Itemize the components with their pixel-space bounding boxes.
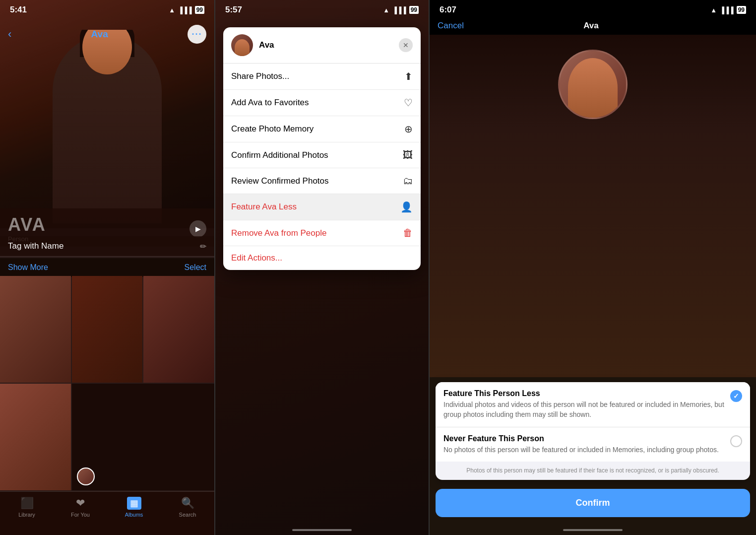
memory-label: Create Photo Memory	[231, 124, 314, 134]
confirm-photos-label: Confirm Additional Photos	[231, 150, 328, 160]
status-time-2: 5:57	[225, 5, 242, 15]
home-indicator-2	[215, 525, 429, 535]
sheet-header: Ava ✕	[223, 27, 421, 64]
phone-3: 6:07 ▲ ▐▐▐ 99 Cancel Ava Fea	[429, 0, 756, 535]
share-photos-label: Share Photos...	[231, 71, 289, 81]
back-button[interactable]: ‹	[8, 28, 11, 41]
grid-photo-5[interactable]	[72, 384, 214, 490]
review-icon: 🗂	[403, 175, 413, 187]
sheet-title: Ava	[259, 40, 399, 50]
page-title: Ava	[91, 29, 108, 40]
feature-less-label: Feature Ava Less	[231, 202, 297, 212]
modal-footer-note: Photos of this person may still be featu…	[436, 462, 750, 480]
navigation-bar: ‹ Ava ···	[0, 21, 214, 48]
remove-icon: 🗑	[403, 227, 413, 239]
share-icon: ⬆	[404, 70, 413, 82]
status-bar-3: 6:07 ▲ ▐▐▐ 99	[430, 0, 756, 17]
sheet-close-button[interactable]: ✕	[399, 38, 413, 52]
battery-icon-2: 99	[409, 6, 419, 14]
phone-2: 5:57 ▲ ▐▐▐ 99 Ava ✕ Share Photos... ⬆ Ad…	[214, 0, 429, 535]
status-time-3: 6:07	[440, 5, 456, 15]
sheet-row-remove[interactable]: Remove Ava from People 🗑	[223, 220, 421, 246]
library-icon: ⬛	[20, 497, 34, 510]
albums-icon: ▦	[127, 497, 141, 510]
option1-title: Feature This Person Less	[443, 389, 724, 398]
sheet-row-confirm-photos[interactable]: Confirm Additional Photos 🖼	[223, 142, 421, 168]
option1-desc: Individual photos and videos of this per…	[443, 400, 724, 419]
confirm-button[interactable]: Confirm	[436, 489, 750, 517]
option1-text: Feature This Person Less Individual phot…	[443, 389, 730, 419]
tag-label: Tag with Name	[8, 241, 63, 251]
status-icons-3: ▲ ▐▐▐ 99	[710, 6, 746, 14]
radio-option2[interactable]	[730, 435, 742, 447]
show-more-button[interactable]: Show More	[8, 263, 48, 272]
albums-label: Albums	[125, 512, 143, 518]
battery-icon: 99	[195, 6, 204, 14]
close-icon: ✕	[403, 41, 409, 49]
cancel-button[interactable]: Cancel	[438, 21, 464, 31]
favorites-label: Add Ava to Favorites	[231, 98, 309, 108]
grid-photo-4[interactable]	[0, 384, 71, 490]
grid-photo-2[interactable]	[72, 276, 143, 383]
remove-label: Remove Ava from People	[231, 228, 326, 238]
review-label: Review Confirmed Photos	[231, 176, 329, 186]
sheet-row-favorites[interactable]: Add Ava to Favorites ♡	[223, 90, 421, 116]
confirm-label: Confirm	[576, 498, 610, 508]
search-label: Search	[179, 512, 196, 518]
for-you-icon: ❤	[76, 497, 85, 510]
library-label: Library	[18, 512, 35, 518]
option2-desc: No photos of this person will be feature…	[443, 445, 724, 455]
photo-grid	[0, 276, 214, 490]
phone-1: 5:41 ▲ ▐▐▐ 99 ‹ Ava ··· AVA Person ▶ Tag…	[0, 0, 214, 535]
confirm-photos-icon: 🖼	[403, 149, 413, 161]
more-dots-icon: ···	[191, 29, 202, 40]
signal-icon-3: ▐▐▐	[720, 6, 734, 14]
radio-option1[interactable]	[730, 390, 742, 402]
modal-card: Feature This Person Less Individual phot…	[436, 382, 750, 480]
option-feature-less[interactable]: Feature This Person Less Individual phot…	[436, 382, 750, 426]
phone3-nav: Cancel Ava	[430, 17, 756, 35]
avatar-face	[568, 58, 618, 118]
sheet-row-share[interactable]: Share Photos... ⬆	[223, 64, 421, 90]
option2-text: Never Feature This Person No photos of t…	[443, 434, 730, 455]
bottom-nav-library[interactable]: ⬛ Library	[0, 497, 54, 518]
play-button[interactable]: ▶	[189, 220, 206, 237]
profile-avatar	[558, 50, 628, 119]
bg-spacer	[430, 129, 756, 377]
phone3-content: 6:07 ▲ ▐▐▐ 99 Cancel Ava Fea	[430, 0, 756, 525]
phone3-nav-title: Ava	[583, 21, 599, 31]
edit-actions-label: Edit Actions...	[231, 253, 282, 263]
grid-photo-3[interactable]	[143, 276, 214, 383]
battery-icon-3: 99	[737, 6, 746, 14]
actions-row: Show More Select	[0, 258, 214, 277]
mini-avatar	[77, 468, 95, 485]
person-name: AVA	[8, 214, 46, 235]
tag-row[interactable]: Tag with Name ✏	[0, 236, 214, 257]
profile-area	[430, 35, 756, 129]
heart-icon: ♡	[404, 97, 413, 109]
edit-icon: ✏	[200, 242, 206, 251]
bottom-nav-albums[interactable]: ▦ Albums	[107, 497, 161, 518]
bottom-nav-for-you[interactable]: ❤ For You	[54, 497, 107, 518]
wifi-icon-2: ▲	[383, 6, 389, 14]
signal-icon-2: ▐▐▐	[392, 6, 406, 14]
status-bar: 5:41 ▲ ▐▐▐ 99	[0, 0, 214, 17]
option-never-feature[interactable]: Never Feature This Person No photos of t…	[436, 427, 750, 462]
memory-icon: ⊕	[404, 123, 413, 135]
more-button[interactable]: ···	[188, 25, 206, 44]
sheet-row-edit-actions[interactable]: Edit Actions...	[223, 246, 421, 270]
sheet-row-memory[interactable]: Create Photo Memory ⊕	[223, 116, 421, 142]
select-button[interactable]: Select	[185, 263, 206, 272]
option2-title: Never Feature This Person	[443, 434, 724, 443]
sheet-avatar	[231, 34, 253, 56]
wifi-icon-3: ▲	[710, 6, 717, 14]
bottom-nav-search[interactable]: 🔍 Search	[161, 497, 214, 518]
sheet-row-review[interactable]: Review Confirmed Photos 🗂	[223, 168, 421, 194]
action-sheet: Ava ✕ Share Photos... ⬆ Add Ava to Favor…	[223, 27, 421, 270]
feature-less-icon: 👤	[400, 201, 413, 213]
grid-photo-1[interactable]	[0, 276, 71, 383]
sheet-row-feature-less[interactable]: Feature Ava Less 👤	[223, 194, 421, 220]
photo-person	[0, 30, 214, 228]
for-you-label: For You	[71, 512, 90, 518]
search-icon: 🔍	[181, 497, 194, 510]
